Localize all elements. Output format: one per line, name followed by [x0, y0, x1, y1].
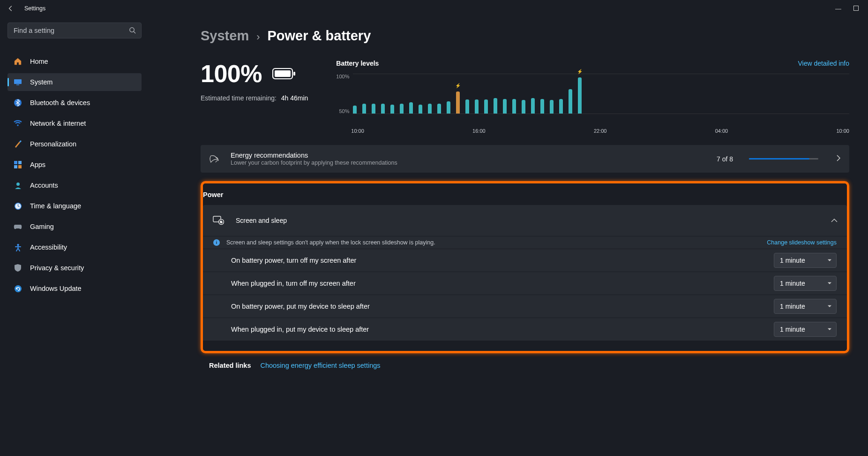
related-title: Related links: [209, 362, 251, 369]
screen-sleep-label: Screen and sleep: [236, 217, 820, 224]
nav-item-accessibility[interactable]: Accessibility: [7, 238, 142, 256]
shield-icon: [13, 263, 22, 273]
charging-bolt-icon: ⚡: [577, 69, 583, 74]
battery-icon: [272, 67, 296, 80]
main-content: System › Power & battery 100% Estimated …: [149, 17, 868, 456]
svg-rect-7: [14, 161, 17, 164]
setting-row: When plugged in, turn off my screen afte…: [203, 272, 847, 295]
accounts-icon: [13, 181, 22, 190]
clock-icon: [13, 201, 22, 211]
chart-bar: [447, 101, 450, 114]
energy-efficient-link[interactable]: Choosing energy efficient sleep settings: [260, 362, 380, 369]
chart-bar: [381, 104, 385, 114]
minimize-button[interactable]: —: [835, 5, 841, 12]
screen-sleep-header[interactable]: Screen and sleep: [203, 205, 847, 236]
charging-bolt-icon: ⚡: [455, 83, 461, 88]
nav-item-time-language[interactable]: Time & language: [7, 197, 142, 215]
chart-bar: [531, 98, 535, 114]
nav-item-bluetooth[interactable]: Bluetooth & devices: [7, 94, 142, 112]
svg-line-2: [134, 31, 135, 33]
energy-title: Energy recommendations: [231, 152, 705, 159]
maximize-button[interactable]: [853, 5, 859, 12]
nav-item-windows-update[interactable]: Windows Update: [7, 280, 142, 297]
gaming-icon: [13, 222, 22, 231]
svg-rect-18: [293, 72, 295, 76]
nav: Home System Bluetooth & devices Network …: [7, 53, 142, 297]
energy-progress: [749, 158, 818, 160]
chart-bar: [550, 100, 554, 114]
chart-bar: [372, 104, 375, 114]
view-detailed-link[interactable]: View detailed info: [798, 60, 849, 67]
setting-row: When plugged in, put my device to sleep …: [203, 318, 847, 341]
chart-bar: [503, 99, 507, 114]
svg-rect-8: [18, 161, 22, 164]
nav-item-network[interactable]: Network & internet: [7, 114, 142, 132]
window-title: Settings: [24, 5, 45, 12]
window-controls: —: [835, 5, 862, 12]
setting-label: On battery power, put my device to sleep…: [231, 303, 370, 310]
setting-row: On battery power, put my device to sleep…: [203, 295, 847, 318]
energy-recommendations-card[interactable]: Energy recommendations Lower your carbon…: [201, 145, 849, 173]
info-icon: i: [213, 239, 220, 246]
sidebar: Home System Bluetooth & devices Network …: [0, 17, 149, 456]
title-bar: Settings —: [0, 0, 868, 17]
chart-bar: [353, 106, 357, 114]
nav-item-apps[interactable]: Apps: [7, 156, 142, 174]
chart-bar: [409, 102, 413, 114]
chart-bar: [437, 104, 441, 114]
svg-rect-0: [854, 6, 859, 10]
nav-item-system[interactable]: System: [7, 73, 142, 91]
sleep-plugged-dropdown[interactable]: 1 minute: [774, 322, 837, 337]
network-icon: [13, 119, 22, 128]
screen-off-plugged-dropdown[interactable]: 1 minute: [774, 276, 837, 291]
chart-bar: [400, 104, 404, 114]
nav-item-accounts[interactable]: Accounts: [7, 176, 142, 194]
setting-label: When plugged in, put my device to sleep …: [231, 326, 369, 333]
chevron-right-icon: [836, 155, 841, 163]
system-icon: [13, 77, 22, 87]
nav-item-gaming[interactable]: Gaming: [7, 218, 142, 236]
svg-rect-9: [14, 165, 17, 168]
breadcrumb-separator: ›: [256, 31, 260, 43]
svg-rect-10: [18, 165, 22, 168]
page-title: Power & battery: [268, 28, 371, 44]
battery-percent: 100%: [201, 60, 262, 88]
related-links: Related links Choosing energy efficient …: [201, 353, 849, 371]
screen-sleep-card: Screen and sleep i Screen and sleep sett…: [203, 205, 847, 341]
search-container: [7, 23, 142, 38]
search-input[interactable]: [7, 23, 142, 38]
svg-point-1: [130, 28, 134, 32]
chart-bar: [494, 98, 497, 114]
nav-item-personalization[interactable]: Personalization: [7, 135, 142, 153]
screen-off-battery-dropdown[interactable]: 1 minute: [774, 253, 837, 268]
update-icon: [13, 284, 22, 293]
breadcrumb-parent[interactable]: System: [201, 28, 249, 44]
chart-bar: [512, 99, 516, 114]
nav-item-privacy[interactable]: Privacy & security: [7, 259, 142, 277]
chart-bar: [475, 99, 479, 114]
nav-item-home[interactable]: Home: [7, 53, 142, 70]
svg-rect-4: [16, 84, 19, 85]
personalization-icon: [13, 139, 22, 149]
chart-bar: [559, 99, 563, 114]
chart-bar: [428, 104, 432, 114]
chart-bar: [540, 99, 544, 114]
chart-bar: [362, 104, 366, 114]
sleep-battery-dropdown[interactable]: 1 minute: [774, 299, 837, 314]
chart-bar: [419, 105, 422, 114]
setting-label: When plugged in, turn off my screen afte…: [231, 280, 356, 287]
chart-bar: [465, 99, 469, 114]
battery-status: 100% Estimated time remaining: 4h 46min: [201, 60, 308, 134]
setting-row: On battery power, turn off my screen aft…: [203, 249, 847, 272]
search-icon: [129, 27, 136, 35]
svg-point-11: [16, 182, 20, 186]
slideshow-settings-link[interactable]: Change slideshow settings: [767, 239, 837, 246]
power-section-highlight: Power Screen and sleep i Screen and slee…: [201, 181, 849, 353]
hero: 100% Estimated time remaining: 4h 46min …: [201, 60, 849, 134]
chart-bars[interactable]: ⚡⚡: [353, 74, 849, 114]
home-icon: [13, 57, 22, 66]
battery-estimate: Estimated time remaining: 4h 46min: [201, 94, 308, 102]
accessibility-icon: [13, 243, 22, 252]
back-button[interactable]: [6, 3, 16, 14]
energy-subtitle: Lower your carbon footprint by applying …: [231, 160, 705, 166]
